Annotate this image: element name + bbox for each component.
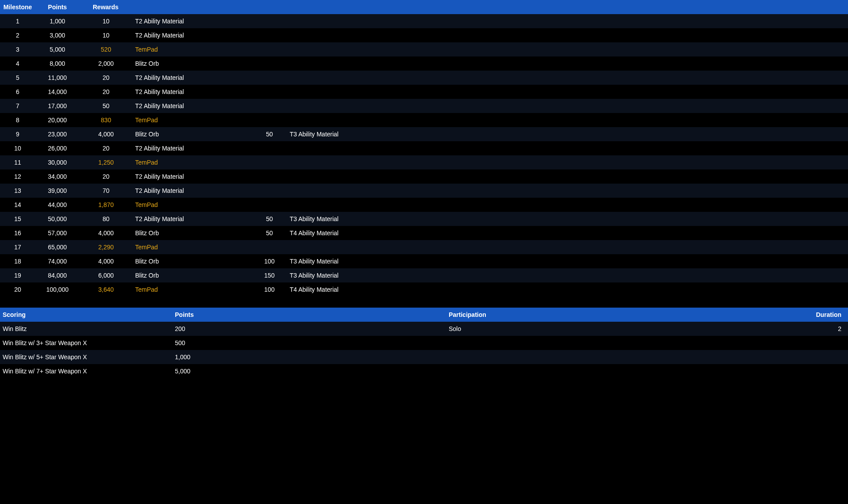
reward-2-item bbox=[287, 141, 848, 155]
scoring-participation bbox=[446, 364, 610, 378]
reward-2-qty bbox=[252, 85, 287, 99]
milestone-number: 7 bbox=[0, 99, 35, 113]
reward-1-qty: 520 bbox=[80, 42, 132, 56]
scoring-duration bbox=[610, 364, 848, 378]
table-row: 511,00020T2 Ability Material bbox=[0, 71, 848, 85]
reward-2-qty: 50 bbox=[252, 127, 287, 141]
points-value: 74,000 bbox=[35, 254, 80, 268]
reward-2-qty bbox=[252, 155, 287, 169]
milestone-number: 13 bbox=[0, 184, 35, 198]
reward-1-item: Blitz Orb bbox=[132, 226, 252, 240]
reward-1-qty: 2,000 bbox=[80, 56, 132, 71]
milestone-number: 3 bbox=[0, 42, 35, 56]
header-scoring-points: Points bbox=[172, 308, 446, 322]
reward-2-item bbox=[287, 113, 848, 127]
scoring-duration bbox=[610, 336, 848, 350]
reward-2-qty bbox=[252, 240, 287, 254]
points-value: 5,000 bbox=[35, 42, 80, 56]
milestone-number: 11 bbox=[0, 155, 35, 169]
table-row: 1984,0006,000Blitz Orb150T3 Ability Mate… bbox=[0, 268, 848, 282]
reward-1-qty: 4,000 bbox=[80, 254, 132, 268]
table-row: Win Blitz200Solo2 bbox=[0, 322, 848, 336]
milestone-number: 16 bbox=[0, 226, 35, 240]
reward-1-item: T2 Ability Material bbox=[132, 71, 252, 85]
reward-1-item: TemPad bbox=[132, 198, 252, 212]
reward-2-qty: 100 bbox=[252, 254, 287, 268]
reward-1-item: TemPad bbox=[132, 42, 252, 56]
reward-1-item: T2 Ability Material bbox=[132, 85, 252, 99]
table-row: Win Blitz w/ 7+ Star Weapon X5,000 bbox=[0, 364, 848, 378]
reward-2-qty bbox=[252, 14, 287, 28]
table-row: 11,00010T2 Ability Material bbox=[0, 14, 848, 28]
table-row: Win Blitz w/ 3+ Star Weapon X500 bbox=[0, 336, 848, 350]
table-row: 1130,0001,250TemPad bbox=[0, 155, 848, 169]
scoring-participation: Solo bbox=[446, 322, 610, 336]
reward-1-qty: 70 bbox=[80, 184, 132, 198]
points-value: 50,000 bbox=[35, 212, 80, 226]
scoring-label: Win Blitz w/ 3+ Star Weapon X bbox=[0, 336, 172, 350]
reward-1-item: Blitz Orb bbox=[132, 268, 252, 282]
reward-1-item: T2 Ability Material bbox=[132, 212, 252, 226]
points-value: 14,000 bbox=[35, 85, 80, 99]
points-value: 57,000 bbox=[35, 226, 80, 240]
points-value: 44,000 bbox=[35, 198, 80, 212]
reward-1-qty: 20 bbox=[80, 141, 132, 155]
reward-2-item bbox=[287, 42, 848, 56]
table-row: 1444,0001,870TemPad bbox=[0, 198, 848, 212]
reward-1-qty: 10 bbox=[80, 14, 132, 28]
milestones-table: Milestone Points Rewards 11,00010T2 Abil… bbox=[0, 0, 848, 297]
scoring-label: Win Blitz w/ 5+ Star Weapon X bbox=[0, 350, 172, 364]
reward-2-item bbox=[287, 56, 848, 71]
reward-2-item bbox=[287, 240, 848, 254]
reward-1-item: T2 Ability Material bbox=[132, 99, 252, 113]
header-milestone: Milestone bbox=[0, 0, 35, 14]
reward-1-item: TemPad bbox=[132, 113, 252, 127]
reward-2-item bbox=[287, 184, 848, 198]
reward-1-qty: 4,000 bbox=[80, 127, 132, 141]
reward-1-qty: 3,640 bbox=[80, 282, 132, 297]
reward-2-qty bbox=[252, 42, 287, 56]
scoring-points: 200 bbox=[172, 322, 446, 336]
points-value: 30,000 bbox=[35, 155, 80, 169]
table-row: 23,00010T2 Ability Material bbox=[0, 28, 848, 42]
reward-2-item bbox=[287, 28, 848, 42]
milestone-number: 9 bbox=[0, 127, 35, 141]
table-row: 1026,00020T2 Ability Material bbox=[0, 141, 848, 155]
reward-1-item: T2 Ability Material bbox=[132, 14, 252, 28]
table-row: 1234,00020T2 Ability Material bbox=[0, 169, 848, 184]
scoring-duration: 2 bbox=[610, 322, 848, 336]
table-row: 48,0002,000Blitz Orb bbox=[0, 56, 848, 71]
points-value: 100,000 bbox=[35, 282, 80, 297]
reward-2-item: T4 Ability Material bbox=[287, 282, 848, 297]
reward-2-qty: 100 bbox=[252, 282, 287, 297]
reward-2-qty bbox=[252, 28, 287, 42]
reward-2-item bbox=[287, 99, 848, 113]
milestone-number: 18 bbox=[0, 254, 35, 268]
reward-1-item: Blitz Orb bbox=[132, 254, 252, 268]
reward-1-item: Blitz Orb bbox=[132, 56, 252, 71]
points-value: 11,000 bbox=[35, 71, 80, 85]
scoring-header-row: Scoring Points Participation Duration bbox=[0, 308, 848, 322]
reward-1-item: T2 Ability Material bbox=[132, 141, 252, 155]
table-row: 1874,0004,000Blitz Orb100T3 Ability Mate… bbox=[0, 254, 848, 268]
table-row: 614,00020T2 Ability Material bbox=[0, 85, 848, 99]
milestone-number: 14 bbox=[0, 198, 35, 212]
scoring-duration bbox=[610, 350, 848, 364]
reward-2-qty: 50 bbox=[252, 226, 287, 240]
reward-2-qty bbox=[252, 169, 287, 184]
milestone-number: 2 bbox=[0, 28, 35, 42]
scoring-participation bbox=[446, 350, 610, 364]
reward-2-item: T3 Ability Material bbox=[287, 127, 848, 141]
milestone-number: 8 bbox=[0, 113, 35, 127]
table-row: 923,0004,000Blitz Orb50T3 Ability Materi… bbox=[0, 127, 848, 141]
header-scoring: Scoring bbox=[0, 308, 172, 322]
points-value: 84,000 bbox=[35, 268, 80, 282]
milestone-number: 12 bbox=[0, 169, 35, 184]
reward-1-qty: 20 bbox=[80, 71, 132, 85]
reward-1-item: TemPad bbox=[132, 155, 252, 169]
milestone-number: 1 bbox=[0, 14, 35, 28]
reward-2-qty bbox=[252, 198, 287, 212]
reward-1-qty: 80 bbox=[80, 212, 132, 226]
scoring-points: 5,000 bbox=[172, 364, 446, 378]
milestone-number: 4 bbox=[0, 56, 35, 71]
